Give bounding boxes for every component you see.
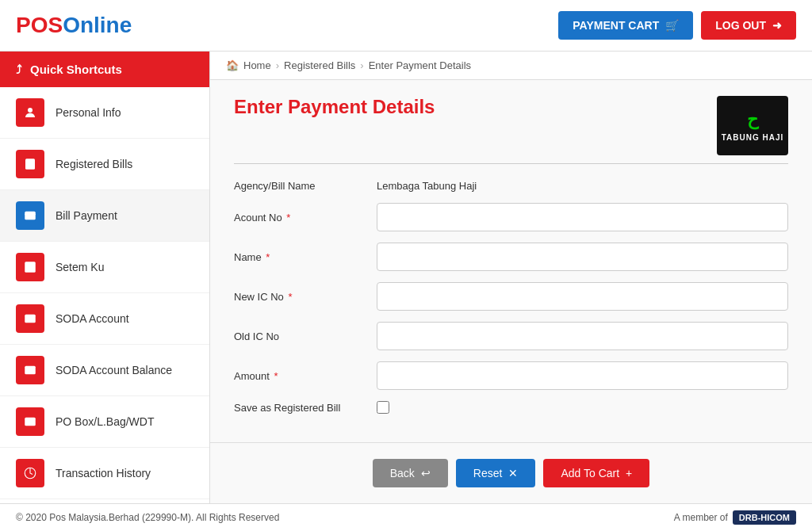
required-star-new-ic: * [288,291,292,303]
header-buttons: PAYMENT CART 🛒 LOG OUT ➜ [558,11,796,40]
logo-online: Online [63,13,132,38]
setem-ku-label: Setem Ku [56,261,104,273]
amount-label: Amount * [234,370,377,382]
po-box-icon [16,407,44,436]
content: 🏠 Home › Registered Bills › Enter Paymen… [210,52,812,503]
save-registered-checkbox[interactable] [377,401,389,414]
back-icon: ↩ [421,467,431,479]
logout-icon: ➜ [772,19,782,32]
registered-bills-label: Registered Bills [56,158,132,170]
required-star-amount: * [274,370,278,382]
agency-label: Agency/Bill Name [234,180,377,192]
reset-button[interactable]: Reset ✕ [456,459,536,487]
breadcrumb-home[interactable]: Home [243,59,271,71]
sidebar-item-soda-balance[interactable]: SODA Account Balance [0,345,209,396]
form-area: Enter Payment Details ح TABUNG HAJI Agen… [210,80,812,442]
name-label: Name * [234,251,377,263]
soda-balance-label: SODA Account Balance [56,364,172,376]
copyright-text: © 2020 Pos Malaysia.Berhad (229990-M). A… [16,512,279,523]
setem-ku-icon [16,253,44,281]
reset-icon: ✕ [508,467,518,479]
main-layout: ⤴ Quick Shortcuts Personal Info Register… [0,52,812,503]
personal-info-icon [16,98,44,127]
back-label: Back [390,467,415,479]
bill-payment-label: Bill Payment [56,209,117,222]
sidebar-item-po-box[interactable]: PO Box/L.Bag/WDT [0,396,209,448]
new-ic-input[interactable] [377,282,788,311]
personal-info-label: Personal Info [56,106,121,119]
logo: POS Online [16,13,132,38]
member-section: A member of DRB-HICOM [674,510,796,525]
old-ic-label: Old IC No [234,330,377,342]
back-button[interactable]: Back ↩ [373,459,448,487]
form-header: Enter Payment Details ح TABUNG HAJI [234,96,788,164]
svg-rect-12 [25,366,36,375]
old-ic-input[interactable] [377,322,788,350]
reset-label: Reset [473,467,503,479]
sidebar-item-registered-bills[interactable]: Registered Bills [0,139,209,190]
share-icon: ⤴ [16,63,22,76]
transaction-history-label: Transaction History [56,467,151,479]
breadcrumb-sep-1: › [276,59,279,71]
member-label: A member of [674,512,728,523]
agency-logo-arabic: ح [747,109,758,130]
soda-account-label: SODA Account [56,312,129,325]
breadcrumb: 🏠 Home › Registered Bills › Enter Paymen… [210,52,812,80]
logo-pos: POS [16,13,63,38]
add-to-cart-icon: + [626,467,632,479]
sidebar-item-personal-info[interactable]: Personal Info [0,87,209,139]
name-row: Name * [234,243,788,271]
logout-label: LOG OUT [715,19,766,32]
agency-value: Lembaga Tabung Haji [377,180,477,192]
sidebar-title: Quick Shortcuts [30,63,122,76]
new-ic-row: New IC No * [234,282,788,311]
old-ic-row: Old IC No [234,322,788,350]
svg-rect-9 [25,315,36,323]
drb-badge: DRB-HICOM [733,510,796,525]
account-no-row: Acount No * [234,203,788,231]
agency-logo-name: TABUNG HAJI [722,133,784,142]
new-ic-label: New IC No * [234,291,377,303]
add-to-cart-label: Add To Cart [561,467,619,479]
bill-payment-icon [16,201,44,230]
header: POS Online PAYMENT CART 🛒 LOG OUT ➜ [0,0,812,52]
po-box-label: PO Box/L.Bag/WDT [56,415,154,428]
breadcrumb-registered-bills[interactable]: Registered Bills [284,59,355,71]
form-title: Enter Payment Details [234,96,435,118]
home-icon: 🏠 [226,59,239,71]
amount-input[interactable] [377,361,788,390]
name-input[interactable] [377,243,788,271]
svg-point-0 [28,108,33,113]
registered-bills-icon [16,150,44,178]
footer: © 2020 Pos Malaysia.Berhad (229990-M). A… [0,503,812,531]
payment-cart-button[interactable]: PAYMENT CART 🛒 [558,11,693,40]
breadcrumb-current: Enter Payment Details [369,59,471,71]
breadcrumb-sep-2: › [360,59,363,71]
required-star-name: * [266,251,270,263]
sidebar-item-soda-account[interactable]: SODA Account [0,293,209,345]
required-star-account: * [286,212,290,223]
sidebar-item-setem-ku[interactable]: Setem Ku [0,242,209,293]
agency-logo: ح TABUNG HAJI [717,96,788,155]
transaction-history-icon [16,459,44,487]
sidebar-item-bill-payment[interactable]: Bill Payment [0,190,209,242]
soda-balance-icon [16,356,44,384]
save-registered-row: Save as Registered Bill [234,401,788,414]
svg-rect-7 [25,262,36,273]
save-registered-label: Save as Registered Bill [234,402,377,414]
form-buttons: Back ↩ Reset ✕ Add To Cart + [210,442,812,503]
account-no-input[interactable] [377,203,788,231]
logout-button[interactable]: LOG OUT ➜ [701,11,796,40]
amount-row: Amount * [234,361,788,390]
add-to-cart-button[interactable]: Add To Cart + [543,459,649,487]
soda-account-icon [16,304,44,333]
payment-cart-label: PAYMENT CART [573,19,659,32]
account-no-label: Acount No * [234,212,377,223]
sidebar-header: ⤴ Quick Shortcuts [0,52,209,87]
sidebar: ⤴ Quick Shortcuts Personal Info Register… [0,52,210,503]
svg-rect-5 [25,212,36,220]
cart-icon: 🛒 [665,19,679,32]
agency-row: Agency/Bill Name Lembaga Tabung Haji [234,180,788,192]
sidebar-item-transaction-history[interactable]: Transaction History [0,448,209,499]
svg-rect-15 [25,418,36,426]
